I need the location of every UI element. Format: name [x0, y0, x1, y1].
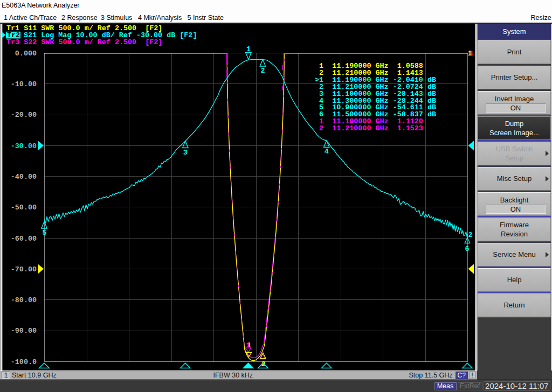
svg-text:-70.00: -70.00	[11, 265, 37, 274]
svg-text:-100.0: -100.0	[11, 358, 37, 366]
svg-text:2: 2	[468, 231, 472, 239]
svg-text:-10.00: -10.00	[11, 80, 37, 88]
svg-text:0.000: 0.000	[15, 50, 37, 58]
svg-text:2 11.210000 GHz 1.1523: 2 11.210000 GHz 1.1523	[315, 124, 423, 132]
svg-text:1: 1	[246, 45, 251, 53]
svg-text:2: 2	[260, 67, 265, 75]
svg-text:-20.00: -20.00	[11, 111, 37, 119]
svg-text:-80.00: -80.00	[11, 296, 37, 304]
svg-text:6: 6	[465, 245, 469, 253]
svg-text:-30.00: -30.00	[11, 142, 37, 150]
svg-text:-40.00: -40.00	[11, 173, 37, 181]
svg-text:4: 4	[325, 148, 329, 156]
svg-text:-60.00: -60.00	[11, 235, 37, 243]
svg-text:1: 1	[467, 50, 472, 58]
svg-text:5: 5	[42, 229, 46, 237]
svg-text:3: 3	[183, 149, 188, 157]
svg-text:-90.00: -90.00	[11, 327, 37, 335]
svg-text:Tr3 S22 SWR 500.0 m/ Ref 2.500: Tr3 S22 SWR 500.0 m/ Ref 2.500 [F2]	[6, 38, 162, 46]
svg-text:-50.00: -50.00	[11, 204, 37, 212]
